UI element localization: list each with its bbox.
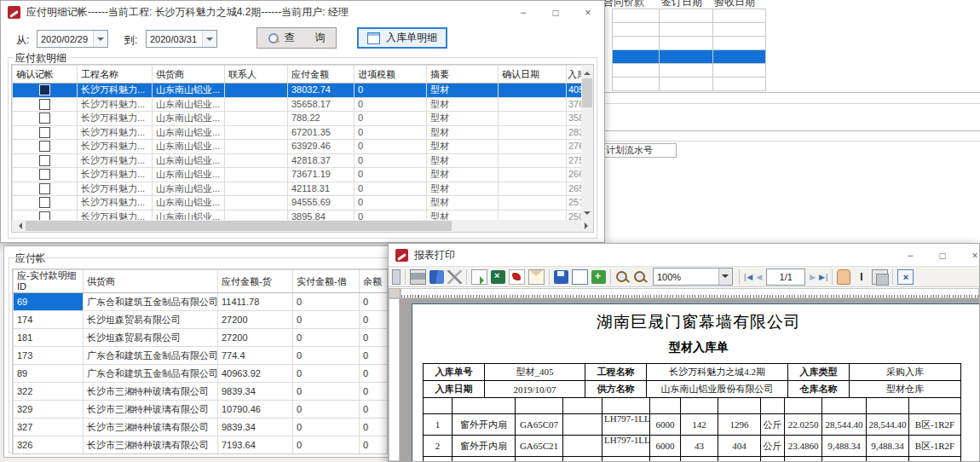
export-icon[interactable]: [471, 269, 487, 285]
confirm-date-cell[interactable]: [499, 182, 567, 196]
confirm-cell[interactable]: [13, 196, 78, 211]
minimize-button[interactable]: −: [894, 244, 926, 267]
id-cell[interactable]: 69: [14, 293, 84, 311]
balance-cell[interactable]: 0: [360, 311, 389, 329]
multi-page-icon[interactable]: [591, 270, 606, 284]
table-row[interactable]: 长沙万科魅力... 山东南山铝业... 73671.19 0 型材 266: [13, 168, 582, 182]
payable-cell[interactable]: 40963.92: [218, 365, 293, 383]
supplier-cell[interactable]: 山东南山铝业...: [153, 125, 225, 140]
summary-cell[interactable]: 型材: [427, 97, 499, 112]
table-row[interactable]: 327 长沙市三湘特种玻璃有限公司 9839.34 0 0: [14, 419, 389, 436]
inbound-no-cell[interactable]: 265: [567, 182, 582, 196]
table-row[interactable]: 长沙万科魅力... 山东南山铝业... 38032.74 0 型材 405: [13, 84, 582, 98]
paid-cell[interactable]: 0: [293, 293, 360, 311]
scrollbar-thumb[interactable]: [582, 78, 592, 107]
supplier-cell[interactable]: 长沙市三湘特种玻璃有限公司: [84, 436, 218, 454]
paid-cell[interactable]: [293, 454, 360, 455]
contact-cell[interactable]: [225, 140, 288, 154]
tax-cell[interactable]: 0: [355, 153, 427, 168]
confirm-checkbox[interactable]: [39, 183, 50, 194]
scroll-left-icon[interactable]: [15, 222, 22, 229]
payable-cell[interactable]: [218, 454, 293, 455]
project-cell[interactable]: 长沙万科魅力...: [78, 182, 153, 196]
table-row[interactable]: 326 长沙市三湘特种玻璃有限公司 7193.64 0 0: [14, 436, 389, 454]
supplier-cell[interactable]: 长沙坦森贸易有限公司: [84, 329, 218, 347]
inbound-no-cell[interactable]: 283: [567, 125, 582, 140]
amount-cell[interactable]: 35658.17: [288, 97, 355, 112]
inbound-no-cell[interactable]: 376: [567, 97, 582, 112]
balance-cell[interactable]: 0: [360, 293, 389, 311]
report-preview-area[interactable]: 湖南巨晟门窗幕墙有限公司 型材入库单 入库单号 型材_405 工程名称 长沙万科…: [400, 298, 979, 461]
tax-cell[interactable]: 0: [355, 168, 427, 182]
table-row[interactable]: 长沙万科魅力... 山东南山铝业... 94555.69 0 型材 251: [13, 196, 582, 211]
confirm-cell[interactable]: [13, 140, 78, 154]
project-cell[interactable]: 长沙万科魅力...: [78, 84, 153, 98]
inbound-no-cell[interactable]: 275: [567, 153, 582, 168]
supplier-cell[interactable]: 山东南山铝业...: [153, 168, 225, 182]
print-icon[interactable]: [410, 269, 426, 285]
supplier-cell[interactable]: 山东南山铝业...: [153, 140, 225, 154]
table-row[interactable]: 174 长沙坦森贸易有限公司 27200 0 0: [14, 311, 389, 329]
scroll-down-icon[interactable]: [584, 211, 591, 218]
supplier-cell[interactable]: 山东南山铝业...: [153, 182, 225, 196]
contact-cell[interactable]: [225, 125, 288, 140]
amount-cell[interactable]: 63929.46: [288, 140, 355, 154]
summary-cell[interactable]: 型材: [427, 140, 499, 154]
supplier-cell[interactable]: 长沙市三湘特种玻璃有限公司: [84, 419, 218, 436]
confirm-date-cell[interactable]: [499, 125, 567, 140]
from-date-select[interactable]: 2020/02/29: [37, 30, 108, 48]
contact-cell[interactable]: [225, 84, 288, 98]
payable-cell[interactable]: 10790.46: [218, 401, 293, 419]
tax-cell[interactable]: 0: [355, 140, 427, 154]
column-header[interactable]: 应付金额: [288, 66, 355, 84]
export-pdf-icon[interactable]: [509, 269, 525, 285]
confirm-cell[interactable]: [13, 97, 78, 112]
supplier-cell[interactable]: 长沙市三湘特种玻璃有限公司: [84, 383, 218, 401]
payable-cell[interactable]: 9839.34: [218, 383, 293, 401]
confirm-date-cell[interactable]: [499, 196, 567, 211]
payable-detail-titlebar[interactable]: 应付明细记帐------当前工程: 长沙万科魅力之城4.2期------当前用户…: [1, 1, 604, 24]
zoom-out-icon[interactable]: [633, 270, 648, 284]
balance-cell[interactable]: 0: [360, 383, 389, 401]
table-row[interactable]: 长沙市三湘特种玻璃有限公司: [14, 454, 389, 455]
zoom-in-icon[interactable]: [615, 270, 630, 284]
tax-cell[interactable]: 0: [355, 182, 427, 196]
tax-cell[interactable]: 0: [355, 97, 427, 112]
summary-cell[interactable]: 型材: [427, 182, 499, 196]
inbound-no-cell[interactable]: 266: [567, 168, 582, 182]
confirm-checkbox[interactable]: [39, 169, 50, 180]
table-row[interactable]: 173 广东合和建筑五金制品有限公司 774.4 0 0: [14, 347, 389, 365]
previous-page-button[interactable]: ◀: [756, 273, 762, 281]
confirm-cell[interactable]: [13, 153, 78, 168]
confirm-date-cell[interactable]: [499, 97, 567, 112]
paid-cell[interactable]: 0: [293, 311, 360, 329]
payable-cell[interactable]: 11411.78: [218, 293, 293, 311]
save-icon[interactable]: [554, 270, 568, 284]
balance-cell[interactable]: 0: [360, 347, 389, 365]
maximize-button[interactable]: □: [926, 244, 959, 267]
confirm-checkbox[interactable]: [39, 141, 50, 152]
tax-cell[interactable]: 0: [355, 84, 427, 98]
id-cell[interactable]: 174: [14, 311, 84, 329]
close-button[interactable]: ×: [572, 1, 604, 24]
tax-cell[interactable]: 0: [355, 112, 427, 126]
close-button[interactable]: ×: [959, 244, 980, 267]
contact-cell[interactable]: [225, 168, 288, 182]
summary-cell[interactable]: 型材: [427, 84, 499, 98]
settings-icon[interactable]: [447, 270, 462, 284]
last-page-button[interactable]: ▶: [819, 273, 827, 281]
table-row[interactable]: [613, 37, 766, 50]
supplier-cell[interactable]: 山东南山铝业...: [153, 112, 225, 126]
contact-cell[interactable]: [225, 112, 288, 126]
contact-cell[interactable]: [225, 153, 288, 168]
supplier-cell[interactable]: 山东南山铝业...: [153, 153, 225, 168]
column-header[interactable]: 进项税额: [355, 66, 427, 84]
supplier-cell[interactable]: 长沙市三湘特种玻璃有限公司: [84, 401, 218, 419]
project-cell[interactable]: 长沙万科魅力...: [78, 125, 153, 140]
chevron-down-icon[interactable]: [93, 31, 107, 47]
table-row[interactable]: 181 长沙坦森贸易有限公司 27200 0 0: [14, 329, 389, 347]
confirm-checkbox[interactable]: [39, 127, 50, 138]
id-cell[interactable]: 173: [14, 347, 84, 365]
scroll-right-icon[interactable]: [585, 222, 591, 229]
contact-cell[interactable]: [225, 182, 288, 196]
